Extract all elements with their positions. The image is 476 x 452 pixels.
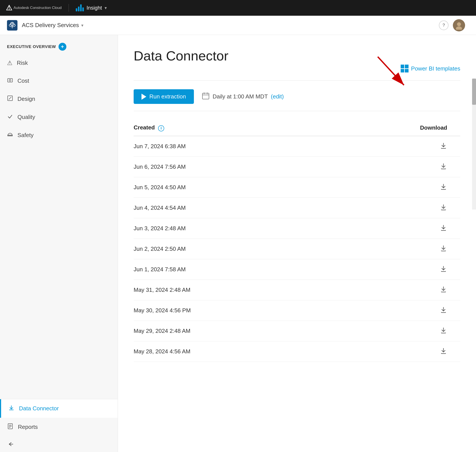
- sidebar-item-cost[interactable]: Cost: [0, 72, 118, 90]
- download-icon: [440, 347, 447, 354]
- download-button[interactable]: [440, 203, 447, 211]
- table-row: Jun 7, 2024 6:38 AM: [134, 136, 460, 157]
- table-row: Jun 2, 2024 2:50 AM: [134, 239, 460, 259]
- project-dropdown-arrow: ▾: [81, 23, 83, 28]
- created-cell: May 30, 2024 4:56 PM: [134, 300, 325, 321]
- download-icon: [440, 224, 447, 231]
- download-button[interactable]: [440, 347, 447, 354]
- sidebar: EXECUTIVE OVERVIEW + ⚠ Risk Cost: [0, 35, 118, 452]
- download-cell: [325, 239, 460, 259]
- edit-schedule-link[interactable]: (edit): [271, 93, 284, 100]
- created-cell: Jun 1, 2024 7:58 AM: [134, 259, 325, 279]
- sidebar-item-design[interactable]: Design: [0, 90, 118, 108]
- created-cell: Jun 3, 2024 2:48 AM: [134, 218, 325, 239]
- table-row: Jun 3, 2024 2:48 AM: [134, 218, 460, 239]
- info-icon[interactable]: i: [158, 125, 164, 131]
- design-icon: [7, 95, 13, 103]
- svg-rect-7: [8, 79, 13, 82]
- table-row: Jun 1, 2024 7:58 AM: [134, 259, 460, 279]
- download-button[interactable]: [440, 162, 447, 170]
- collapse-icon: [7, 441, 14, 448]
- user-avatar-container[interactable]: ▾: [453, 19, 469, 31]
- cost-icon: [7, 77, 13, 85]
- autodesk-icon: [6, 5, 12, 11]
- table-row: May 28, 2024 4:56 AM: [134, 341, 460, 362]
- download-icon: [440, 306, 447, 313]
- calendar-svg: [202, 92, 210, 100]
- download-cell: [325, 218, 460, 239]
- main-content: Data Connector Power BI templates Run ex…: [118, 35, 476, 452]
- svg-rect-21: [202, 93, 209, 99]
- pencil-square-icon: [7, 95, 13, 101]
- download-button[interactable]: [440, 265, 447, 272]
- download-button[interactable]: [440, 306, 447, 313]
- download-cell: [325, 279, 460, 300]
- sidebar-item-data-connector[interactable]: Data Connector: [0, 399, 118, 418]
- svg-line-11: [10, 97, 11, 98]
- document-icon: [7, 423, 13, 430]
- app-name-label: Insight: [87, 5, 102, 11]
- arrow-svg: [371, 52, 415, 96]
- user-avatar: [453, 19, 465, 31]
- checkmark-icon: [7, 113, 13, 119]
- download-button[interactable]: [440, 245, 447, 252]
- sidebar-item-reports[interactable]: Reports: [0, 418, 118, 436]
- page-title: Data Connector: [134, 48, 228, 64]
- hardhat-icon: [7, 131, 13, 138]
- risk-icon: ⚠: [7, 59, 13, 66]
- table-row: May 30, 2024 4:56 PM: [134, 300, 460, 321]
- download-button[interactable]: [440, 224, 447, 231]
- created-cell: Jun 7, 2024 6:38 AM: [134, 136, 325, 157]
- download-button[interactable]: [440, 326, 447, 334]
- download-icon: [440, 203, 447, 211]
- created-cell: Jun 5, 2024 4:50 AM: [134, 177, 325, 198]
- download-icon: [440, 245, 447, 252]
- download-cell: [325, 136, 460, 157]
- download-button[interactable]: [440, 183, 447, 190]
- collapse-sidebar-button[interactable]: [0, 436, 118, 452]
- download-button[interactable]: [440, 286, 447, 293]
- svg-line-10: [9, 98, 10, 100]
- quality-icon: [7, 113, 13, 121]
- download-cell: [325, 177, 460, 198]
- avatar-dropdown: ▾: [467, 23, 469, 28]
- svg-point-8: [9, 80, 11, 81]
- scroll-thumb[interactable]: [472, 79, 476, 105]
- svg-line-20: [378, 57, 404, 85]
- project-logo: [7, 20, 17, 31]
- download-icon: [440, 142, 447, 149]
- arrow-annotation: [371, 52, 415, 97]
- download-cell: [325, 198, 460, 218]
- download-icon: [440, 162, 447, 170]
- avatar-image: [455, 21, 463, 30]
- table-row: Jun 5, 2024 4:50 AM: [134, 177, 460, 198]
- main-layout: EXECUTIVE OVERVIEW + ⚠ Risk Cost: [0, 35, 476, 452]
- created-cell: May 28, 2024 4:56 AM: [134, 341, 325, 362]
- data-connector-icon: [8, 405, 15, 412]
- top-bar: Autodesk Construction Cloud Insight ▾: [0, 0, 476, 16]
- add-section-button[interactable]: +: [59, 43, 66, 51]
- sidebar-item-quality[interactable]: Quality: [0, 108, 118, 126]
- created-cell: Jun 6, 2024 7:56 AM: [134, 156, 325, 177]
- created-cell: Jun 4, 2024 4:54 AM: [134, 198, 325, 218]
- sidebar-bottom: Data Connector Reports: [0, 399, 118, 452]
- run-extraction-button[interactable]: Run extraction: [134, 89, 194, 104]
- brand-label: Autodesk Construction Cloud: [13, 6, 61, 10]
- scroll-track[interactable]: [472, 79, 476, 210]
- download-cell: [325, 321, 460, 341]
- project-name[interactable]: ACS Delivery Services ▾: [22, 22, 83, 29]
- app-dropdown-arrow: ▾: [105, 5, 107, 10]
- created-cell: May 29, 2024 2:48 AM: [134, 321, 325, 341]
- download-button[interactable]: [440, 142, 447, 149]
- download-icon: [440, 265, 447, 272]
- camera-icon: [7, 77, 13, 83]
- download-cell: [325, 259, 460, 279]
- col-header-download: Download: [325, 120, 460, 136]
- sidebar-item-risk[interactable]: ⚠ Risk: [0, 54, 118, 72]
- safety-icon: [7, 131, 13, 139]
- insight-app-tab[interactable]: Insight ▾: [76, 4, 107, 11]
- download-icon: [440, 286, 447, 293]
- help-button[interactable]: ?: [439, 20, 449, 30]
- insight-chart-icon: [76, 4, 84, 11]
- sidebar-item-safety[interactable]: Safety: [0, 126, 118, 144]
